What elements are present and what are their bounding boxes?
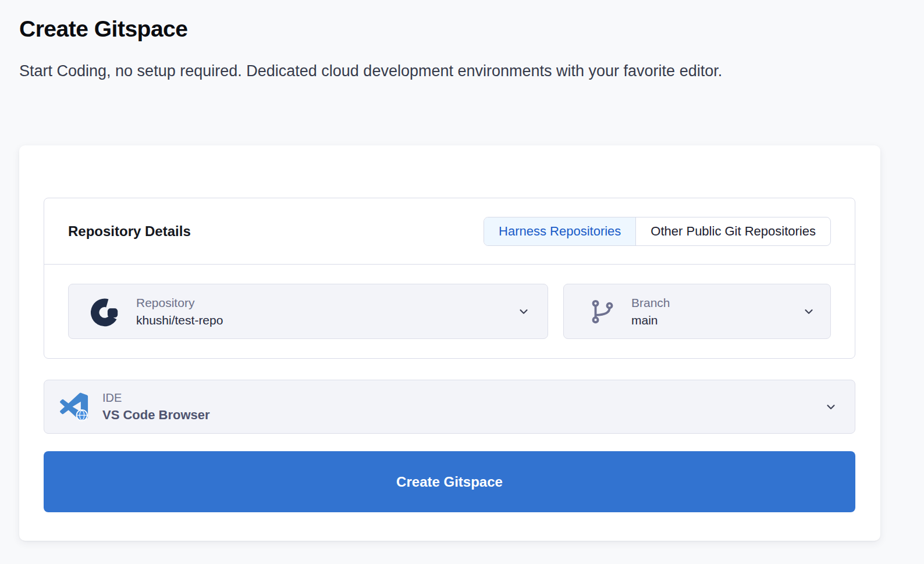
ide-select[interactable]: IDE VS Code Browser [44,380,855,434]
chevron-down-icon [825,401,837,413]
ide-label: IDE [102,391,210,405]
create-gitspace-button[interactable]: Create Gitspace [44,451,855,512]
repository-value: khushi/test-repo [136,313,223,327]
repository-details-body: Repository khushi/test-repo [44,265,855,358]
branch-select[interactable]: Branch main [563,284,831,339]
create-gitspace-page: Create Gitspace Start Coding, no setup r… [0,0,924,564]
git-branch-icon [589,298,616,325]
repository-label: Repository [136,296,223,310]
tab-harness-repositories[interactable]: Harness Repositories [484,217,635,245]
repository-select[interactable]: Repository khushi/test-repo [68,284,548,339]
branch-value: main [631,313,670,327]
page-title: Create Gitspace [19,16,187,42]
page-subtitle: Start Coding, no setup required. Dedicat… [19,60,860,82]
tab-other-public-git-repositories[interactable]: Other Public Git Repositories [635,217,830,245]
chevron-down-icon [802,305,815,318]
ide-value: VS Code Browser [102,408,210,423]
repo-source-toggle: Harness Repositories Other Public Git Re… [484,217,831,246]
chevron-down-icon [517,305,530,318]
branch-label: Branch [631,296,670,310]
gitspace-form-card: Repository Details Harness Repositories … [19,145,880,541]
branch-field-text: Branch main [631,296,670,327]
vscode-browser-icon [59,391,91,423]
repository-details-section: Repository Details Harness Repositories … [44,198,855,359]
repository-details-header: Repository Details Harness Repositories … [44,198,855,265]
harness-repo-icon [91,297,121,327]
repository-field-text: Repository khushi/test-repo [136,296,223,327]
repository-details-heading: Repository Details [68,223,191,240]
ide-field-text: IDE VS Code Browser [102,391,210,423]
